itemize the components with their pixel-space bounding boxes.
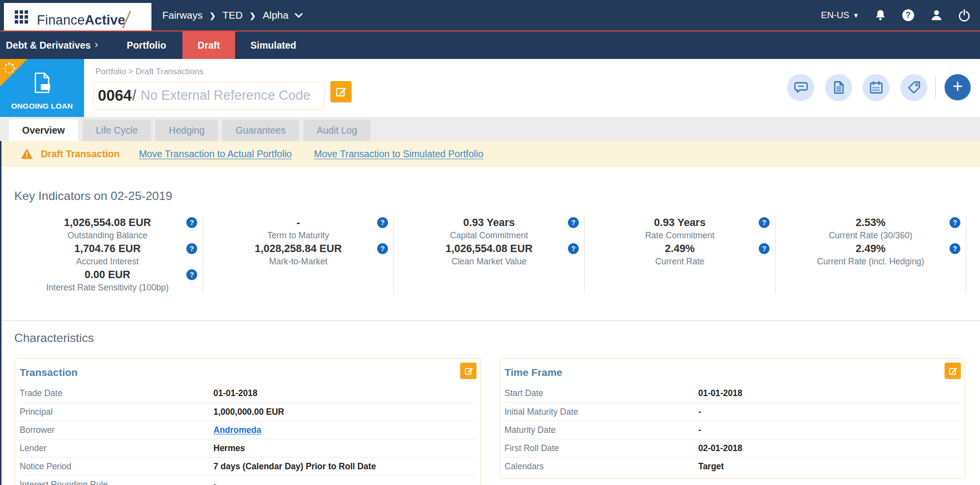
tab-life-cycle[interactable]: Life Cycle xyxy=(83,119,151,141)
key-indicators-section: Key Indicators on 02-25-2019 1,026,554.0… xyxy=(1,167,980,321)
documents-button[interactable] xyxy=(826,74,852,100)
table-row-lender: Lender Hermes xyxy=(20,439,476,457)
help-icon[interactable]: ? xyxy=(377,217,388,228)
indicator-label: Rate Commitment xyxy=(585,229,775,242)
user-profile-icon[interactable] xyxy=(929,8,943,22)
nav-item-debt-derivatives[interactable]: Debt & Derivatives › xyxy=(0,31,105,59)
logo[interactable]: FinanceActive xyxy=(4,3,151,30)
indicator-label: Accrued Interest xyxy=(12,256,203,268)
row-value: 02-01-2018 xyxy=(698,443,742,454)
indicator-value: - xyxy=(203,216,393,229)
row-value: Hermes xyxy=(213,443,245,454)
nav-label: Portfolio xyxy=(127,40,166,51)
time-frame-card: Time Frame Start Date 01-01-2018 Initial… xyxy=(500,358,965,479)
page-breadcrumb: Portfolio > Draft Transactions xyxy=(95,67,204,77)
reference-placeholder: No External Reference Code xyxy=(141,88,310,103)
help-icon[interactable]: ? xyxy=(950,217,960,228)
nav-item-draft-active[interactable]: Draft xyxy=(182,31,236,59)
indicator-column: 0.93 Years ? Capital Commitment 1,026,55… xyxy=(394,216,585,294)
notifications-bell-icon[interactable] xyxy=(873,8,887,22)
row-label: Start Date xyxy=(505,388,698,399)
indicator-label: Mark-to-Market xyxy=(203,256,393,268)
help-icon[interactable]: ? xyxy=(950,243,960,254)
overview-content: Key Indicators on 02-25-2019 1,026,554.0… xyxy=(0,167,980,485)
chevron-right-icon: ❯ xyxy=(209,11,216,20)
indicator-value: 1,026,554.08 EUR xyxy=(394,242,584,256)
tab-audit-log[interactable]: Audit Log xyxy=(303,119,370,141)
row-label: Principal xyxy=(20,407,213,417)
indicator-column: 1,026,554.08 EUR ? Outstanding Balance 1… xyxy=(12,216,203,294)
row-value: 7 days (Calendar Day) Prior to Roll Date xyxy=(213,461,376,472)
row-value: 01-01-2018 xyxy=(213,388,258,399)
help-icon[interactable]: ? xyxy=(901,8,915,22)
add-button[interactable]: + xyxy=(945,74,971,100)
help-icon[interactable]: ? xyxy=(759,243,770,254)
help-icon[interactable]: ? xyxy=(377,243,388,254)
edit-reference-button[interactable] xyxy=(330,81,352,102)
row-value: 1,000,000.00 EUR xyxy=(213,407,284,417)
indicator-current-rate-incl-hedging: 2.49% ? Current Rate (incl. Hedging) xyxy=(775,242,966,268)
move-to-simulated-link[interactable]: Move Transaction to Simulated Portfolio xyxy=(314,148,483,160)
help-icon[interactable]: ? xyxy=(186,243,197,254)
tab-overview[interactable]: Overview xyxy=(9,119,78,141)
indicator-current-rate: 2.49% ? Current Rate xyxy=(585,242,775,268)
calendar-button[interactable] xyxy=(863,74,889,100)
help-icon[interactable]: ? xyxy=(568,243,579,254)
breadcrumb-item-fairways[interactable]: Fairways xyxy=(162,9,203,21)
table-row-borrower: Borrower Andromeda xyxy=(20,421,476,439)
badge-label: ONGOING LOAN xyxy=(0,102,84,111)
row-label: Lender xyxy=(20,443,213,454)
indicator-label: Term to Maturity xyxy=(203,229,393,242)
indicator-term-to-maturity: - ? Term to Maturity xyxy=(203,216,393,242)
warning-icon xyxy=(21,149,32,159)
indicator-interest-rate-sensitivity: 0.00 EUR ? Interest Rate Sensitivity (10… xyxy=(12,268,203,294)
chevron-right-icon: › xyxy=(94,38,98,51)
indicator-label: Outstanding Balance xyxy=(12,229,203,242)
nav-item-portfolio[interactable]: Portfolio xyxy=(120,31,173,59)
transaction-title-field[interactable]: 0064 / No External Reference Code xyxy=(93,82,325,110)
nav-item-simulated[interactable]: Simulated xyxy=(243,31,303,59)
row-label: First Roll Date xyxy=(505,443,698,454)
indicator-column: 2.53% ? Current Rate (30/360) 2.49% ? Cu… xyxy=(775,216,966,294)
topbar-actions: EN-US ▼ ? xyxy=(821,0,971,30)
help-icon[interactable]: ? xyxy=(759,217,770,228)
breadcrumb-item-alpha[interactable]: Alpha xyxy=(263,9,288,21)
indicator-outstanding-balance: 1,026,554.08 EUR ? Outstanding Balance xyxy=(12,216,203,242)
transaction-code: 0064 xyxy=(98,87,132,105)
chevron-down-icon[interactable] xyxy=(295,13,303,18)
comments-button[interactable] xyxy=(788,74,814,100)
help-icon[interactable]: ? xyxy=(186,217,197,228)
brand-logo: FinanceActive xyxy=(37,6,127,28)
key-indicators-grid: 1,026,554.08 EUR ? Outstanding Balance 1… xyxy=(12,216,980,294)
logout-power-icon[interactable] xyxy=(957,8,971,22)
indicator-accrued-interest: 1,704.76 EUR ? Accrued Interest xyxy=(12,242,203,268)
indicator-value: 1,026,554.08 EUR xyxy=(12,216,203,229)
borrower-link[interactable]: Andromeda xyxy=(213,425,261,435)
indicator-mark-to-market: 1,028,258.84 EUR ? Mark-to-Market xyxy=(203,242,393,268)
indicator-rate-commitment: 0.93 Years ? Rate Commitment xyxy=(585,216,775,242)
row-label: Calendars xyxy=(505,461,698,472)
table-row-start-date: Start Date 01-01-2018 xyxy=(505,384,960,402)
brand-name-bold: Active xyxy=(85,13,125,28)
indicator-value: 1,704.76 EUR xyxy=(12,242,203,256)
table-row-calendars: Calendars Target xyxy=(505,457,960,475)
edit-time-frame-button[interactable] xyxy=(945,363,961,379)
row-value: - xyxy=(213,480,216,485)
tab-guarantees[interactable]: Guarantees xyxy=(222,119,299,141)
breadcrumb-item-ted[interactable]: TED xyxy=(223,9,243,21)
tags-button[interactable] xyxy=(901,74,927,100)
alert-title: Draft Transaction xyxy=(41,148,119,160)
help-icon[interactable]: ? xyxy=(186,269,197,280)
move-to-actual-link[interactable]: Move Transaction to Actual Portfolio xyxy=(139,148,292,160)
tab-hedging[interactable]: Hedging xyxy=(155,119,218,141)
language-selector[interactable]: EN-US ▼ xyxy=(821,10,859,21)
indicator-label: Current Rate (incl. Hedging) xyxy=(775,256,966,268)
app-grid-icon[interactable] xyxy=(15,10,28,24)
row-label: Trade Date xyxy=(20,388,213,399)
row-value: - xyxy=(698,407,701,417)
title-separator: / xyxy=(132,87,136,104)
edit-transaction-button[interactable] xyxy=(460,363,476,379)
help-icon[interactable]: ? xyxy=(568,217,579,228)
table-row-interest-rounding-rule: Interest Rounding Rule - xyxy=(20,475,476,485)
brand-name-regular: Finance xyxy=(37,13,85,28)
